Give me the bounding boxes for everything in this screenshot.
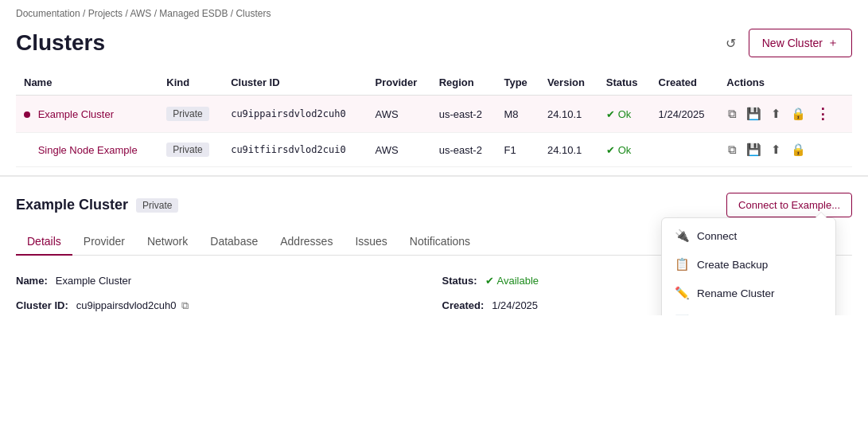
bottom-title-area: Example Cluster Private: [16, 197, 178, 213]
cell-kind: Private: [158, 96, 223, 133]
name-value: Example Cluster: [56, 275, 131, 287]
table-row: Example Cluster Private cu9ippairsdvlod2…: [16, 96, 852, 133]
tab-notifications[interactable]: Notifications: [399, 229, 481, 256]
col-version: Version: [539, 70, 598, 96]
name-label: Name:: [16, 275, 48, 287]
new-cluster-button[interactable]: New Cluster ＋: [749, 29, 852, 57]
cell-kind: Private: [158, 133, 223, 167]
actions-dropdown-menu: 🔌Connect📋Create Backup✏️Rename Cluster🔄C…: [661, 217, 836, 315]
dropdown-item-label: Rename Cluster: [697, 287, 775, 299]
cell-status: ✔ Ok: [598, 133, 651, 167]
refresh-button[interactable]: ↺: [721, 31, 741, 56]
more-actions-button[interactable]: ⋮: [814, 104, 831, 124]
action-icons: ⧉ 💾 ⬆ 🔒 ⋮: [726, 104, 844, 124]
status-ok-text: Ok: [618, 144, 632, 156]
status-ok-text: Ok: [618, 108, 632, 120]
cluster-name-link[interactable]: Example Cluster: [38, 108, 114, 120]
backup-action-icon[interactable]: 💾: [745, 141, 763, 158]
dropdown-item-create-backup[interactable]: 📋Create Backup: [662, 250, 835, 279]
dropdown-item-rename-cluster[interactable]: ✏️Rename Cluster: [662, 279, 835, 307]
cell-version: 24.10.1: [539, 133, 598, 167]
cell-type: F1: [496, 133, 539, 167]
cell-actions: ⧉ 💾 ⬆ 🔒: [718, 133, 852, 167]
cell-created: [651, 133, 719, 167]
breadcrumb-item-2[interactable]: Projects: [88, 8, 123, 19]
dropdown-item-icon: 📋: [675, 257, 689, 272]
cell-status: ✔ Ok: [598, 96, 651, 133]
cell-cluster-id: cu9ippairsdvlod2cuh0: [223, 96, 367, 133]
cluster-id-label: Cluster ID:: [16, 299, 68, 311]
status-ok-badge: ✔ Ok: [606, 144, 643, 156]
table-header-row: Name Kind Cluster ID Provider Region Typ…: [16, 70, 852, 96]
backup-action-icon[interactable]: 💾: [745, 105, 763, 123]
new-cluster-label: New Cluster: [762, 37, 823, 49]
lock-action-icon[interactable]: 🔒: [789, 141, 808, 158]
dropdown-item-connect[interactable]: 🔌Connect: [662, 221, 835, 250]
detail-name-row: Name: Example Cluster: [16, 272, 426, 290]
tab-provider[interactable]: Provider: [72, 229, 136, 256]
breadcrumb-item-3[interactable]: AWS: [130, 8, 151, 19]
col-type: Type: [496, 70, 539, 96]
dropdown-item-label: Create Backup: [697, 259, 768, 271]
copy-action-icon[interactable]: ⧉: [726, 141, 738, 158]
created-label: Created:: [442, 299, 485, 311]
col-name: Name: [16, 70, 158, 96]
col-region: Region: [431, 70, 496, 96]
breadcrumb: Documentation / Projects / AWS / Managed…: [0, 0, 868, 24]
cell-actions: ⧉ 💾 ⬆ 🔒 ⋮: [718, 96, 852, 133]
cell-provider: AWS: [367, 96, 430, 133]
cell-region: us-east-2: [431, 96, 496, 133]
status-ok-badge: ✔ Ok: [606, 108, 643, 120]
status-check-icon: ✔: [485, 275, 494, 287]
connect-to-cluster-button[interactable]: Connect to Example...: [726, 193, 852, 217]
page-title: Clusters: [16, 30, 105, 56]
tab-issues[interactable]: Issues: [344, 229, 398, 256]
created-value: 1/24/2025: [492, 299, 538, 311]
cell-name: Single Node Example: [16, 133, 158, 167]
status-ok-icon: ✔: [606, 144, 615, 156]
tab-addresses[interactable]: Addresses: [269, 229, 344, 256]
clusters-table-container: Name Kind Cluster ID Provider Region Typ…: [0, 70, 868, 167]
col-created: Created: [651, 70, 719, 96]
dropdown-item-icon: ✏️: [675, 286, 689, 300]
copy-action-icon[interactable]: ⧉: [726, 105, 738, 123]
cell-cluster-id: cu9itfiirsdvlod2cui0: [223, 133, 367, 167]
dropdown-item-change-database-version[interactable]: 🔄Change database version: [662, 307, 835, 315]
clusters-table: Name Kind Cluster ID Provider Region Typ…: [16, 70, 852, 167]
breadcrumb-item-1[interactable]: Documentation: [16, 8, 80, 19]
cell-version: 24.10.1: [539, 96, 598, 133]
detail-cluster-id-row: Cluster ID: cu9ippairsdvlod2cuh0 ⧉: [16, 296, 426, 315]
col-cluster-id: Cluster ID: [223, 70, 367, 96]
upload-action-icon[interactable]: ⬆: [769, 105, 783, 123]
col-provider: Provider: [367, 70, 430, 96]
bottom-kind-badge: Private: [136, 198, 178, 213]
table-row: Single Node Example Private cu9itfiirsdv…: [16, 133, 852, 167]
status-text: Available: [497, 275, 539, 287]
cell-provider: AWS: [367, 133, 430, 167]
plus-icon: ＋: [827, 36, 839, 50]
col-actions: Actions: [718, 70, 852, 96]
cluster-id-value: cu9ippairsdvlod2cuh0 ⧉: [76, 299, 189, 312]
copy-cluster-id-icon[interactable]: ⧉: [181, 299, 189, 312]
header-actions: ↺ New Cluster ＋: [721, 29, 852, 57]
breadcrumb-item-5[interactable]: Clusters: [235, 8, 271, 19]
kind-badge: Private: [166, 107, 208, 121]
tab-details[interactable]: Details: [16, 229, 72, 256]
status-ok-icon: ✔: [606, 108, 615, 120]
kind-badge: Private: [166, 143, 208, 157]
col-kind: Kind: [158, 70, 223, 96]
bottom-cluster-name: Example Cluster: [16, 197, 128, 213]
cluster-name-link[interactable]: Single Node Example: [38, 144, 138, 156]
status-label: Status:: [442, 275, 477, 287]
lock-action-icon[interactable]: 🔒: [789, 105, 808, 123]
tab-database[interactable]: Database: [199, 229, 269, 256]
status-value: ✔ Available: [485, 275, 539, 287]
cluster-id-text: cu9ippairsdvlod2cuh0: [76, 299, 177, 311]
breadcrumb-item-4[interactable]: Managed ESDB: [159, 8, 228, 19]
upload-action-icon[interactable]: ⬆: [769, 141, 783, 158]
dropdown-item-icon: 🔄: [675, 315, 689, 315]
col-status: Status: [598, 70, 651, 96]
tab-network[interactable]: Network: [136, 229, 199, 256]
cell-name: Example Cluster: [16, 96, 158, 133]
cell-created: 1/24/2025: [651, 96, 719, 133]
